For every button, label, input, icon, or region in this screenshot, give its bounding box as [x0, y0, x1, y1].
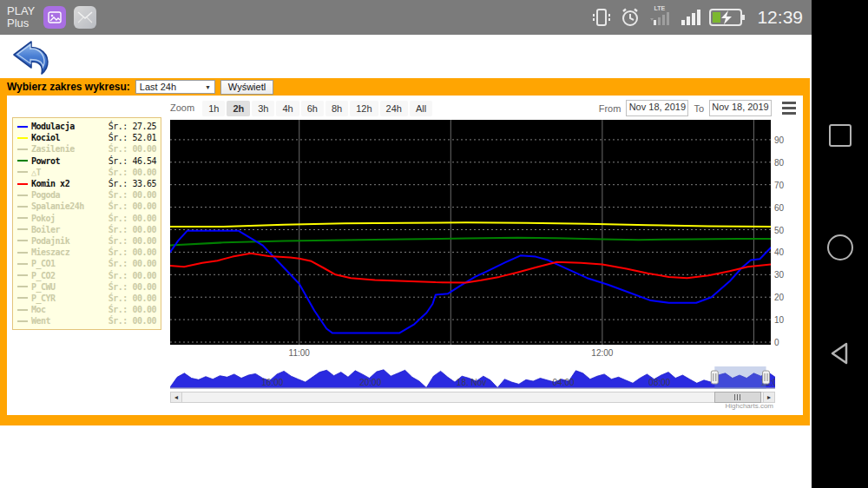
legend-item-moc[interactable]: MocŚr.: 00.00	[17, 304, 156, 315]
legend-item-boiler[interactable]: BoilerŚr.: 00.00	[17, 224, 156, 235]
svg-text:18. Nov: 18. Nov	[457, 378, 486, 387]
legend-item-pogoda[interactable]: PogodaŚr.: 00.00	[17, 189, 156, 201]
navigator[interactable]: 16:0020:0018. Nov04:0008:0012:00	[170, 366, 775, 392]
y-axis-tick-label: 60	[774, 203, 795, 213]
legend-item-zasilenie[interactable]: ZasilenieŚr.: 00.00	[17, 143, 156, 155]
android-navigation-bar	[812, 0, 868, 488]
from-date-input[interactable]: Nov 18, 2019	[626, 100, 688, 116]
legend-item-pokoj[interactable]: PokojŚr.: 00.00	[17, 213, 156, 224]
y-axis-tick-label: 90	[774, 135, 795, 145]
series-name: Modulacja	[31, 122, 75, 131]
series-color-marker	[17, 160, 28, 162]
signal-icon	[679, 7, 701, 28]
status-indicators: LTE 12:39	[591, 7, 803, 28]
hamburger-menu-icon[interactable]	[782, 102, 796, 115]
zoom-button-2h[interactable]: 2h	[227, 101, 250, 116]
legend-item-spalanie24h[interactable]: Spalanie24hŚr.: 00.00	[17, 201, 156, 212]
range-select-dropdown[interactable]: Last 24h▼	[135, 80, 215, 94]
zoom-button-12h[interactable]: 12h	[350, 101, 378, 116]
series-name: Mieszacz	[31, 247, 69, 257]
zoom-button-4h[interactable]: 4h	[276, 101, 299, 116]
y-axis-tick-label: 40	[774, 247, 795, 257]
lte-signal-icon: LTE	[648, 7, 671, 28]
zoom-button-row: Zoom 1h2h3h4h6h8h12h24hAll	[170, 100, 434, 115]
clock: 12:39	[757, 7, 803, 28]
series-name: P_CYR	[31, 293, 56, 303]
carrier-label: PLAY Plus	[7, 5, 35, 30]
y-axis-tick-label: 70	[774, 181, 795, 190]
legend-item-modulacja[interactable]: ModulacjaŚr.: 27.25	[17, 121, 156, 132]
legend-item-powrot[interactable]: PowrotŚr.: 46.54	[17, 155, 156, 167]
y-axis-tick-label: 80	[774, 158, 795, 168]
series-average: Śr.: 00.00	[108, 225, 156, 234]
legend-item-kociol[interactable]: KociolŚr.: 52.01	[17, 132, 156, 143]
series-color-marker	[17, 228, 28, 230]
series-name: Went	[31, 316, 50, 326]
series-color-marker	[17, 183, 28, 185]
legend-item--t[interactable]: △TŚr.: 00.00	[17, 167, 156, 178]
y-axis-tick-label: 0	[774, 338, 795, 347]
series-name: Boiler	[31, 225, 60, 234]
legend-item-p-cyr[interactable]: P_CYRŚr.: 00.00	[17, 293, 156, 304]
series-name: △T	[31, 168, 41, 177]
series-color-marker	[17, 286, 28, 287]
to-date-input[interactable]: Nov 18, 2019	[709, 100, 772, 116]
home-button-icon[interactable]	[827, 234, 853, 260]
series-color-marker	[17, 206, 28, 208]
series-name: Moc	[31, 305, 46, 314]
series-name: P_CWU	[31, 282, 56, 292]
y-axis-tick-label: 10	[774, 315, 795, 325]
series-name: P_CO2	[31, 271, 56, 280]
series-name: P_CO1	[31, 259, 56, 268]
series-name: Pogoda	[31, 190, 60, 200]
series-average: Śr.: 00.00	[108, 168, 156, 177]
legend-item-went[interactable]: WentŚr.: 00.00	[17, 315, 156, 326]
series-color-marker	[17, 148, 28, 150]
zoom-button-3h[interactable]: 3h	[252, 101, 274, 116]
status-bar: PLAY Plus LTE	[0, 0, 812, 35]
legend-item-podajnik[interactable]: PodajnikŚr.: 00.00	[17, 235, 156, 247]
series-color-marker	[17, 195, 28, 196]
series-average: Śr.: 00.00	[108, 190, 156, 200]
legend-item-komin-x2[interactable]: Komin x2Śr.: 33.65	[17, 178, 156, 189]
series-color-marker	[17, 217, 28, 219]
svg-text:04:00: 04:00	[553, 378, 575, 387]
zoom-button-all[interactable]: All	[410, 101, 432, 116]
series-average: Śr.: 52.01	[108, 133, 156, 142]
message-notification-icon[interactable]	[74, 6, 96, 29]
chart-panel: Wybierz zakres wykresu: Last 24h▼ Wyświe…	[0, 78, 810, 425]
series-color-marker	[17, 240, 28, 241]
series-average: Śr.: 00.00	[108, 293, 156, 303]
chart-area: Zoom 1h2h3h4h6h8h12h24hAll From Nov 18, …	[7, 96, 803, 415]
series-color-marker	[17, 263, 28, 265]
series-average: Śr.: 00.00	[108, 271, 156, 280]
webpage: Wybierz zakres wykresu: Last 24h▼ Wyświe…	[0, 35, 812, 488]
back-button-icon[interactable]	[827, 340, 853, 366]
chart-scrollbar[interactable]: ◂ ▸	[170, 392, 775, 403]
zoom-label: Zoom	[170, 102, 194, 113]
screenshot-notification-icon[interactable]	[43, 6, 66, 29]
legend-item-p-cwu[interactable]: P_CWUŚr.: 00.00	[17, 281, 156, 293]
page-back-arrow-icon[interactable]	[7, 38, 50, 78]
series-name: Komin x2	[31, 179, 69, 188]
legend-item-mieszacz[interactable]: MieszaczŚr.: 00.00	[17, 247, 156, 258]
series-name: Zasilenie	[31, 144, 75, 154]
series-average: Śr.: 27.25	[108, 122, 156, 131]
series-color-marker	[17, 126, 28, 128]
zoom-button-24h[interactable]: 24h	[380, 101, 408, 116]
series-average: Śr.: 00.00	[108, 236, 156, 246]
series-name: Spalanie24h	[31, 201, 84, 211]
zoom-button-6h[interactable]: 6h	[301, 101, 324, 116]
zoom-button-8h[interactable]: 8h	[326, 101, 348, 116]
main-plot[interactable]	[170, 120, 771, 345]
series-color-marker	[17, 309, 28, 311]
legend-item-p-co2[interactable]: P_CO2Śr.: 00.00	[17, 269, 156, 280]
series-color-marker	[17, 252, 28, 254]
series-average: Śr.: 00.00	[108, 144, 156, 154]
svg-text:08:00: 08:00	[648, 378, 670, 387]
legend-item-p-co1[interactable]: P_CO1Śr.: 00.00	[17, 258, 156, 269]
display-button[interactable]: Wyświetl	[220, 80, 273, 95]
recents-button-icon[interactable]	[829, 124, 852, 147]
zoom-button-1h[interactable]: 1h	[202, 101, 225, 116]
scroll-left-arrow-icon[interactable]: ◂	[170, 392, 182, 403]
